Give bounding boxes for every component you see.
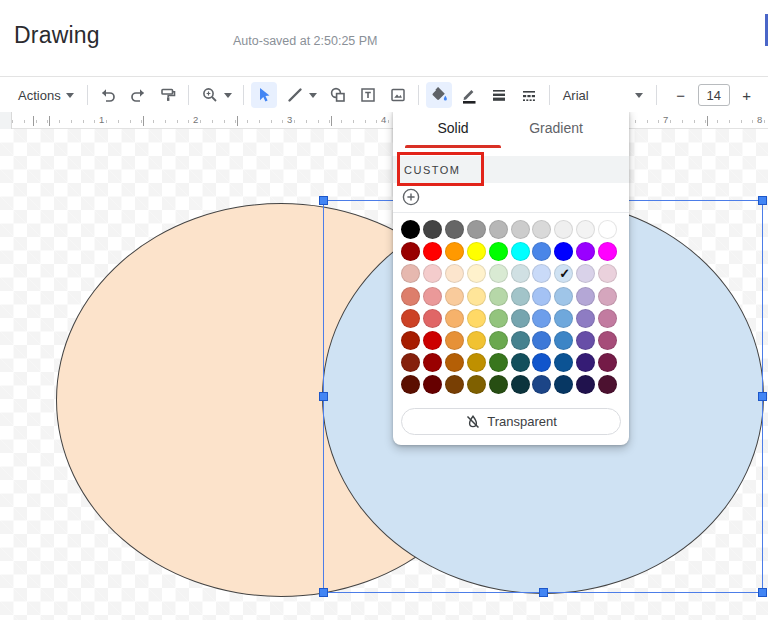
color-swatch-274e13[interactable] [489, 375, 508, 394]
selection-handle-bottom-right[interactable] [758, 588, 767, 597]
zoom-button[interactable] [196, 82, 236, 108]
color-swatch-45818e[interactable] [511, 331, 530, 350]
color-swatch-d5a6bd[interactable] [598, 287, 617, 306]
shape-tool-button[interactable] [325, 82, 351, 108]
undo-button[interactable] [95, 82, 121, 108]
color-swatch-990000[interactable] [423, 353, 442, 372]
color-swatch-ffe599[interactable] [467, 287, 486, 306]
color-swatch-d0e0e3[interactable] [511, 264, 530, 283]
color-swatch-134f5c[interactable] [511, 353, 530, 372]
color-swatch-d9ead3[interactable] [489, 264, 508, 283]
color-swatch-ff9900[interactable] [445, 242, 464, 261]
font-size-value[interactable]: 14 [698, 84, 730, 106]
tab-solid[interactable]: Solid [405, 108, 501, 148]
transparent-button[interactable]: Transparent [401, 408, 621, 435]
color-swatch-4c1130[interactable] [598, 375, 617, 394]
color-swatch-a61c00[interactable] [401, 331, 420, 350]
color-swatch-fff2cc[interactable] [467, 264, 486, 283]
color-swatch-b6d7a8[interactable] [489, 287, 508, 306]
color-swatch-a4c2f4[interactable] [532, 287, 551, 306]
color-swatch-fce5cd[interactable] [445, 264, 464, 283]
color-swatch-dd7e6b[interactable] [401, 287, 420, 306]
color-swatch-783f04[interactable] [445, 375, 464, 394]
line-tool-button[interactable] [281, 82, 321, 108]
color-swatch-efefef[interactable] [554, 220, 573, 239]
color-swatch-9900ff[interactable] [576, 242, 595, 261]
color-swatch-6d9eeb[interactable] [532, 309, 551, 328]
color-swatch-ff00ff[interactable] [598, 242, 617, 261]
color-swatch-f4cccc[interactable] [423, 264, 442, 283]
color-swatch-5b0f00[interactable] [401, 375, 420, 394]
increase-font-size-button[interactable]: + [734, 82, 760, 108]
color-swatch-1c4587[interactable] [532, 375, 551, 394]
add-custom-color-button[interactable] [402, 188, 420, 206]
color-swatch-0b5394[interactable] [554, 353, 573, 372]
line-weight-button[interactable] [486, 82, 512, 108]
color-swatch-980000[interactable] [401, 242, 420, 261]
color-swatch-e06666[interactable] [423, 309, 442, 328]
color-swatch-7f6000[interactable] [467, 375, 486, 394]
color-swatch-f9cb9c[interactable] [445, 287, 464, 306]
font-family-select[interactable]: Arial [557, 82, 649, 108]
selection-handle-top-left[interactable] [319, 196, 328, 205]
selection-handle-middle-right[interactable] [758, 392, 767, 401]
fill-color-button[interactable] [426, 82, 452, 108]
color-swatch-999999[interactable] [467, 220, 486, 239]
color-swatch-741b47[interactable] [598, 353, 617, 372]
color-swatch-00ffff[interactable] [511, 242, 530, 261]
color-swatch-d9d9d9[interactable] [532, 220, 551, 239]
color-swatch-ffff00[interactable] [467, 242, 486, 261]
color-swatch-4a86e8[interactable] [532, 242, 551, 261]
color-swatch-3c78d8[interactable] [532, 331, 551, 350]
color-swatch-b45f06[interactable] [445, 353, 464, 372]
selection-handle-middle-left[interactable] [319, 392, 328, 401]
color-swatch-b7b7b7[interactable] [489, 220, 508, 239]
color-swatch-ffffff[interactable] [598, 220, 617, 239]
color-swatch-38761d[interactable] [489, 353, 508, 372]
paint-format-button[interactable] [155, 82, 181, 108]
color-swatch-351c75[interactable] [576, 353, 595, 372]
color-swatch-a2c4c9[interactable] [511, 287, 530, 306]
color-swatch-ffd966[interactable] [467, 309, 486, 328]
color-swatch-cfe2f3[interactable] [554, 264, 573, 283]
text-box-button[interactable] [355, 82, 381, 108]
color-swatch-1155cc[interactable] [532, 353, 551, 372]
color-swatch-f1c232[interactable] [467, 331, 486, 350]
color-swatch-000000[interactable] [401, 220, 420, 239]
color-swatch-660000[interactable] [423, 375, 442, 394]
selection-handle-bottom-left[interactable] [319, 588, 328, 597]
color-swatch-f3f3f3[interactable] [576, 220, 595, 239]
decrease-font-size-button[interactable]: − [668, 82, 694, 108]
color-swatch-0000ff[interactable] [554, 242, 573, 261]
actions-menu-button[interactable]: Actions [12, 82, 80, 108]
color-swatch-b4a7d6[interactable] [576, 287, 595, 306]
color-swatch-073763[interactable] [554, 375, 573, 394]
color-swatch-cc4125[interactable] [401, 309, 420, 328]
color-swatch-c27ba0[interactable] [598, 309, 617, 328]
insert-image-button[interactable] [385, 82, 411, 108]
custom-color-button[interactable]: CUSTOM [393, 156, 629, 183]
color-swatch-bf9000[interactable] [467, 353, 486, 372]
color-swatch-76a5af[interactable] [511, 309, 530, 328]
color-swatch-3d85c6[interactable] [554, 331, 573, 350]
redo-button[interactable] [125, 82, 151, 108]
color-swatch-8e7cc3[interactable] [576, 309, 595, 328]
color-swatch-9fc5e8[interactable] [554, 287, 573, 306]
color-swatch-674ea7[interactable] [576, 331, 595, 350]
color-swatch-c9daf8[interactable] [532, 264, 551, 283]
line-dash-button[interactable] [516, 82, 542, 108]
color-swatch-cc0000[interactable] [423, 331, 442, 350]
color-swatch-93c47d[interactable] [489, 309, 508, 328]
color-swatch-666666[interactable] [445, 220, 464, 239]
color-swatch-d9d2e9[interactable] [576, 264, 595, 283]
color-swatch-0c343d[interactable] [511, 375, 530, 394]
color-swatch-a64d79[interactable] [598, 331, 617, 350]
color-swatch-6fa8dc[interactable] [554, 309, 573, 328]
color-swatch-6aa84f[interactable] [489, 331, 508, 350]
color-swatch-e69138[interactable] [445, 331, 464, 350]
color-swatch-ea9999[interactable] [423, 287, 442, 306]
tab-gradient[interactable]: Gradient [501, 108, 611, 148]
color-swatch-e6b8af[interactable] [401, 264, 420, 283]
color-swatch-ead1dc[interactable] [598, 264, 617, 283]
color-swatch-20124d[interactable] [576, 375, 595, 394]
